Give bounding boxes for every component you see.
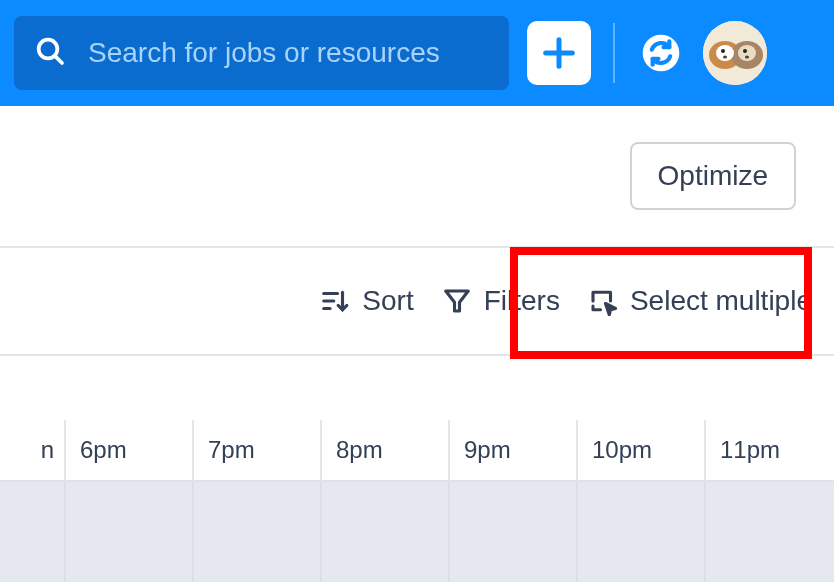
divider — [613, 23, 615, 83]
timeline-body[interactable] — [0, 482, 834, 582]
select-multiple-icon — [588, 286, 618, 316]
time-col: 11pm — [704, 420, 832, 480]
svg-point-8 — [716, 45, 734, 61]
time-label: 8pm — [336, 436, 383, 464]
sort-button[interactable]: Sort — [320, 285, 413, 317]
timeline-cell — [0, 482, 64, 582]
time-col: 9pm — [448, 420, 576, 480]
add-button[interactable] — [527, 21, 591, 85]
time-label: 9pm — [464, 436, 511, 464]
timeline-cell — [576, 482, 704, 582]
time-col: 8pm — [320, 420, 448, 480]
svg-marker-18 — [445, 291, 468, 311]
filters-button[interactable]: Filters — [442, 285, 560, 317]
sort-icon — [320, 286, 350, 316]
search-placeholder: Search for jobs or resources — [88, 37, 440, 69]
time-label: 11pm — [720, 436, 780, 464]
optimize-button[interactable]: Optimize — [630, 142, 796, 210]
sync-button[interactable] — [637, 29, 685, 77]
filter-icon — [442, 286, 472, 316]
time-col: 10pm — [576, 420, 704, 480]
svg-point-11 — [743, 49, 747, 53]
avatar[interactable] — [703, 21, 767, 85]
svg-point-9 — [738, 45, 756, 61]
spacer — [0, 356, 834, 420]
select-multiple-button[interactable]: Select multiple — [588, 285, 812, 317]
svg-point-13 — [745, 56, 749, 59]
time-col: 7pm — [192, 420, 320, 480]
select-multiple-label: Select multiple — [630, 285, 812, 317]
top-bar: Search for jobs or resources — [0, 0, 834, 106]
plus-icon — [539, 33, 579, 73]
time-label: 6pm — [80, 436, 127, 464]
avatar-image — [703, 21, 767, 85]
time-col: 6pm — [64, 420, 192, 480]
sort-label: Sort — [362, 285, 413, 317]
svg-line-1 — [55, 56, 62, 63]
svg-point-10 — [721, 49, 725, 53]
timeline-cell — [64, 482, 192, 582]
search-icon — [34, 35, 66, 71]
search-input[interactable]: Search for jobs or resources — [14, 16, 509, 90]
time-label-partial: n — [41, 436, 54, 464]
filters-label: Filters — [484, 285, 560, 317]
action-bar: Optimize — [0, 106, 834, 248]
svg-point-12 — [723, 56, 727, 59]
timeline-header: n 6pm 7pm 8pm 9pm 10pm 11pm — [0, 420, 834, 482]
timeline-cell — [704, 482, 832, 582]
sync-icon — [641, 33, 681, 73]
svg-point-4 — [643, 35, 680, 72]
time-label: 7pm — [208, 436, 255, 464]
timeline-cell — [192, 482, 320, 582]
time-col-partial: n — [0, 420, 64, 480]
timeline-cell — [448, 482, 576, 582]
toolbar: Sort Filters Select multiple — [0, 248, 834, 356]
timeline-cell — [320, 482, 448, 582]
optimize-label: Optimize — [658, 160, 768, 191]
time-label: 10pm — [592, 436, 652, 464]
